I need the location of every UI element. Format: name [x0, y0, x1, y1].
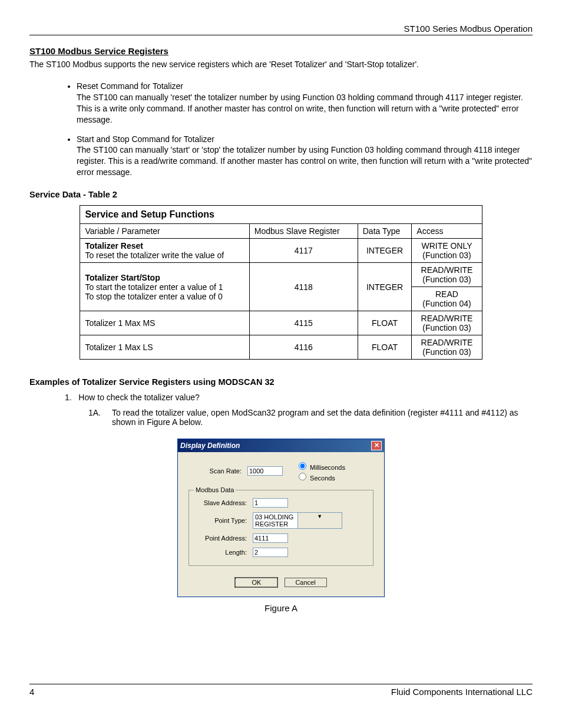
cell-param: Totalizer 1 Max LS	[80, 335, 249, 360]
cell-type: INTEGER	[358, 263, 412, 311]
bullet-title: Start and Stop Command for Totalizer	[77, 134, 214, 144]
company-name: Fluid Components International LLC	[391, 687, 533, 697]
radio-milliseconds[interactable]: Milliseconds	[296, 460, 345, 471]
ordered-subitem: 1A. To read the totalizer value, open Mo…	[88, 408, 533, 427]
scan-rate-label: Scan Rate:	[189, 467, 247, 475]
cell-type: INTEGER	[358, 239, 412, 263]
cell-reg: 4116	[249, 335, 358, 360]
cancel-button[interactable]: Cancel	[285, 578, 327, 587]
dialog-title: Display Definition	[180, 442, 240, 450]
close-icon[interactable]: ✕	[371, 441, 382, 450]
col-header: Data Type	[358, 224, 412, 239]
list-item: Reset Command for Totalizer The ST100 ca…	[77, 81, 533, 126]
bullet-body: The ST100 can manually 'start' or 'stop'…	[77, 145, 532, 177]
point-address-label: Point Address:	[194, 535, 253, 542]
length-input[interactable]	[253, 548, 288, 557]
page-number: 4	[29, 687, 34, 697]
cell-access: READ/WRITE(Function 03)	[412, 335, 482, 360]
group-legend: Modbus Data	[194, 486, 236, 493]
cell-access: READ/WRITE(Function 03) READ(Function 04…	[412, 263, 482, 311]
bullet-body: The ST100 can manually 'reset' the total…	[77, 93, 523, 124]
col-header: Modbus Slave Register	[249, 224, 358, 239]
bullet-list: Reset Command for Totalizer The ST100 ca…	[29, 81, 533, 178]
ordered-item: 1. How to check the totalizer value?	[65, 393, 533, 402]
ok-button[interactable]: OK	[235, 578, 277, 587]
section-title: ST100 Modbus Service Registers	[29, 46, 533, 56]
bullet-title: Reset Command for Totalizer	[77, 81, 183, 91]
slave-address-label: Slave Address:	[194, 499, 253, 506]
section-intro: The ST100 Modbus supports the new servic…	[29, 60, 533, 69]
cell-type: FLOAT	[358, 311, 412, 335]
cell-reg: 4118	[249, 263, 358, 311]
cell-param: Totalizer ResetTo reset the totalizer wr…	[80, 239, 249, 263]
point-type-select[interactable]: 03 HOLDING REGISTER ▼	[253, 512, 342, 529]
page-footer: 4 Fluid Components International LLC	[29, 684, 533, 697]
point-type-label: Point Type:	[194, 517, 253, 524]
list-item: Start and Stop Command for Totalizer The…	[77, 134, 533, 179]
figure-caption: Figure A	[29, 603, 533, 613]
table-title: Service and Setup Functions	[80, 206, 482, 224]
service-table: Service and Setup Functions Variable / P…	[80, 205, 482, 360]
length-label: Length:	[194, 549, 253, 556]
cell-param: Totalizer Start/StopTo start the totaliz…	[80, 263, 249, 311]
cell-param: Totalizer 1 Max MS	[80, 311, 249, 335]
radio-seconds[interactable]: Seconds	[296, 471, 345, 482]
scan-rate-input[interactable]	[247, 466, 283, 476]
examples-heading: Examples of Totalizer Service Registers …	[29, 377, 533, 387]
chevron-down-icon: ▼	[297, 513, 342, 528]
cell-reg: 4115	[249, 311, 358, 335]
col-header: Access	[412, 224, 482, 239]
point-address-input[interactable]	[253, 533, 288, 543]
cell-access: WRITE ONLY(Function 03)	[412, 239, 482, 263]
doc-header: ST100 Series Modbus Operation	[29, 24, 533, 35]
cell-access: READ/WRITE(Function 03)	[412, 311, 482, 335]
cell-type: FLOAT	[358, 335, 412, 360]
display-definition-dialog: Display Definition ✕ Scan Rate: Millisec…	[177, 439, 385, 597]
col-header: Variable / Parameter	[80, 224, 249, 239]
slave-address-input[interactable]	[253, 498, 288, 508]
cell-reg: 4117	[249, 239, 358, 263]
table2-heading: Service Data - Table 2	[29, 190, 533, 199]
dialog-titlebar: Display Definition ✕	[178, 439, 384, 452]
modbus-data-group: Modbus Data Slave Address: Point Type: 0…	[189, 486, 373, 566]
